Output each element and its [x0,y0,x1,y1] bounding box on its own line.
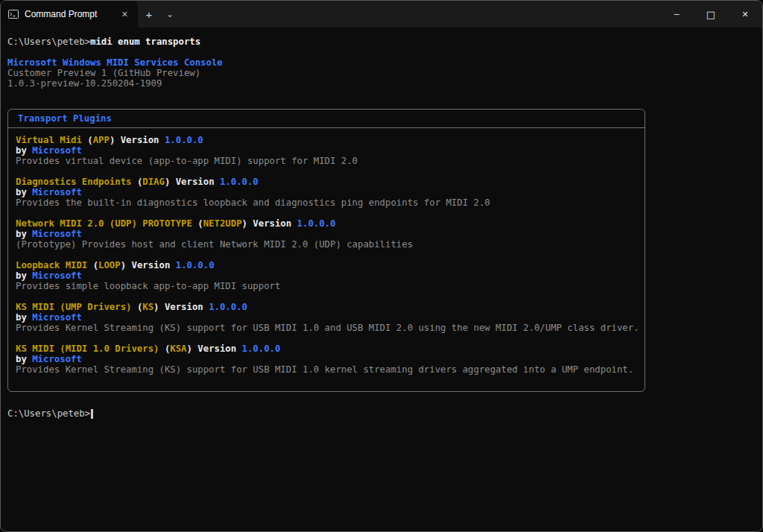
terminal-text: Microsoft [32,270,82,281]
terminal-text: ( [93,260,98,270]
transport-plugins-panel: Transport Plugins Virtual Midi (APP) Ver… [7,109,645,392]
terminal-text: 1.0.3-preview-10.250204-1909 [7,78,162,89]
terminal-text: APP [93,135,110,145]
terminal-line: Provides the built-in diagnostics loopba… [16,197,638,208]
terminal-text: Provides Kernel Streaming (KS) support f… [16,364,633,375]
terminal-line: by Microsoft [16,354,638,364]
terminal-window: Command Prompt ✕ + ⌄ ─ □ ✕ C:\Users\pete… [0,0,763,532]
terminal-text: DIAG [142,177,165,187]
tab-dropdown-button[interactable]: ⌄ [160,1,180,28]
terminal-line [16,208,638,218]
terminal-line [16,291,638,302]
panel-title: Transport Plugins [8,110,645,128]
terminal-text: NET2UDP [203,218,242,229]
panel-body: Virtual Midi (APP) Version 1.0.0.0by Mic… [8,128,645,391]
terminal-line: Diagnostics Endpoints (DIAG) Version 1.0… [16,177,638,187]
terminal-text: KS MIDI (MIDI 1.0 Drivers) [16,343,165,354]
terminal-line: Provides Kernel Streaming (KS) support f… [16,364,638,375]
terminal-text: LOOP [98,260,121,270]
terminal-line: C:\Users\peteb>midi enum transports [7,37,756,47]
terminal-text: Provides the built-in diagnostics loopba… [16,197,490,208]
terminal-text: C:\Users\peteb> [7,37,90,47]
terminal-text: Virtual Midi [16,135,87,145]
terminal-line: by Microsoft [16,312,638,323]
tab-title: Command Prompt [25,9,112,19]
terminal-text: by [16,312,32,323]
terminal-text: ( [87,135,92,145]
tab-command-prompt[interactable]: Command Prompt ✕ [1,1,138,28]
terminal-text: Microsoft Windows MIDI Services Console [7,57,223,68]
terminal-text: midi enum transports [90,37,200,47]
terminal-text: Customer Preview 1 (GitHub Preview) [7,68,200,78]
terminal-line [7,89,756,99]
terminal-text: by [16,229,32,239]
minimize-button[interactable]: ─ [659,1,694,28]
terminal-text: ) Version [121,260,176,270]
terminal-text: ) Version [187,343,242,354]
terminal-text: Diagnostics Endpoints [16,177,137,187]
terminal-screen[interactable]: C:\Users\peteb>midi enum transports Micr… [1,28,762,419]
terminal-text: KS [142,302,153,312]
terminal-text: Provides Kernel Streaming (KS) support f… [16,323,639,333]
terminal-line: (Prototype) Provides host and client Net… [16,239,638,250]
terminal-line [7,47,756,57]
prompt-text: C:\Users\peteb> [7,408,90,419]
terminal-line: Provides simple loopback app-to-app MIDI… [16,281,638,291]
terminal-line: Loopback MIDI (LOOP) Version 1.0.0.0 [16,260,638,270]
terminal-text: (Prototype) Provides host and client Net… [16,239,413,250]
terminal-line: 1.0.3-preview-10.250204-1909 [7,78,756,89]
terminal-text: Microsoft [32,145,82,156]
terminal-text: 1.0.0.0 [297,218,336,229]
terminal-text: Provides virtual device (app-to-app MIDI… [16,156,358,166]
terminal-text: 1.0.0.0 [220,177,259,187]
terminal-line: Virtual Midi (APP) Version 1.0.0.0 [16,135,638,145]
terminal-line: Network MIDI 2.0 (UDP) PROTOTYPE (NET2UD… [16,218,638,229]
terminal-text: ) Version [165,177,220,187]
close-button[interactable]: ✕ [728,1,762,28]
terminal-text: Microsoft [32,229,82,239]
terminal-text: Microsoft [32,312,82,323]
terminal-text: 1.0.0.0 [176,260,215,270]
terminal-line [16,333,638,343]
terminal-line: KS MIDI (UMP Drivers) (KS) Version 1.0.0… [16,302,638,312]
prompt-line: C:\Users\peteb> [7,408,756,419]
terminal-text: ( [197,218,203,229]
terminal-text: 1.0.0.0 [242,343,281,354]
terminal-text: KS MIDI (UMP Drivers) [16,302,137,312]
titlebar-drag-region [180,1,659,28]
terminal-line: Provides Kernel Streaming (KS) support f… [16,323,638,333]
terminal-line: by Microsoft [16,187,638,197]
maximize-button[interactable]: □ [694,1,728,28]
terminal-output: C:\Users\peteb>midi enum transports Micr… [7,37,756,99]
terminal-text: by [16,270,32,281]
tab-close-icon[interactable]: ✕ [118,8,132,21]
terminal-line: by Microsoft [16,270,638,281]
terminal-text: Microsoft [32,354,82,364]
terminal-line: by Microsoft [16,229,638,239]
command-prompt-icon [8,10,19,19]
text-cursor [91,409,93,419]
terminal-line [16,250,638,260]
terminal-text: ) Version [110,135,165,145]
terminal-text: Loopback MIDI [16,260,93,270]
terminal-line: Microsoft Windows MIDI Services Console [7,57,756,68]
terminal-text: by [16,145,32,156]
terminal-text: ) Version [153,302,209,312]
terminal-text: 1.0.0.0 [165,135,203,145]
terminal-text: by [16,354,32,364]
terminal-line: by Microsoft [16,145,638,156]
terminal-text: KSA [170,343,186,354]
terminal-line [16,166,638,177]
terminal-text: Provides simple loopback app-to-app MIDI… [16,281,280,291]
new-tab-button[interactable]: + [138,1,160,28]
terminal-text: Network MIDI 2.0 (UDP) PROTOTYPE [16,218,197,229]
terminal-line: Provides virtual device (app-to-app MIDI… [16,156,638,166]
terminal-text: ) Version [242,218,297,229]
terminal-text: by [16,187,32,197]
terminal-text: Microsoft [32,187,82,197]
terminal-text: 1.0.0.0 [209,302,247,312]
terminal-line: Customer Preview 1 (GitHub Preview) [7,68,756,78]
terminal-line: KS MIDI (MIDI 1.0 Drivers) (KSA) Version… [16,343,638,354]
title-bar: Command Prompt ✕ + ⌄ ─ □ ✕ [1,1,762,28]
